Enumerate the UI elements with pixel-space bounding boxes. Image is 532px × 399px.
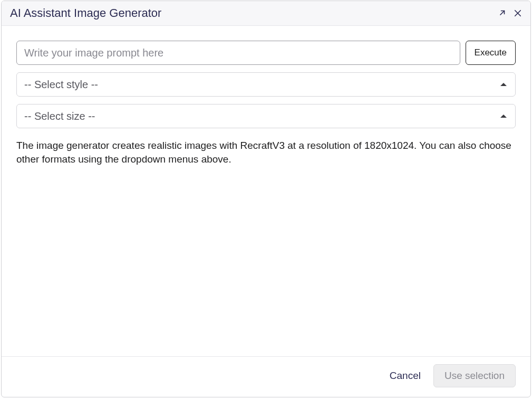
size-select-placeholder: -- Select size -- bbox=[24, 110, 95, 122]
style-select[interactable]: -- Select style -- bbox=[16, 72, 516, 97]
use-selection-button[interactable]: Use selection bbox=[433, 364, 516, 387]
prompt-input[interactable] bbox=[16, 41, 460, 65]
close-icon[interactable] bbox=[512, 8, 523, 18]
description-text: The image generator creates realistic im… bbox=[16, 139, 516, 166]
caret-up-icon bbox=[500, 83, 507, 86]
prompt-row: Execute bbox=[16, 41, 516, 65]
expand-icon[interactable] bbox=[497, 8, 507, 18]
style-select-placeholder: -- Select style -- bbox=[24, 79, 98, 91]
size-select[interactable]: -- Select size -- bbox=[16, 104, 516, 128]
header-actions bbox=[497, 8, 523, 18]
modal-header: AI Assistant Image Generator bbox=[2, 1, 530, 26]
cancel-button[interactable]: Cancel bbox=[390, 370, 421, 382]
modal-body: Execute -- Select style -- -- Select siz… bbox=[2, 26, 530, 356]
modal-title: AI Assistant Image Generator bbox=[10, 6, 161, 20]
caret-up-icon bbox=[500, 115, 507, 118]
modal-footer: Cancel Use selection bbox=[2, 356, 530, 397]
execute-button[interactable]: Execute bbox=[466, 41, 516, 65]
image-generator-modal: AI Assistant Image Generator Execute -- bbox=[1, 1, 531, 397]
svg-line-0 bbox=[500, 11, 505, 15]
